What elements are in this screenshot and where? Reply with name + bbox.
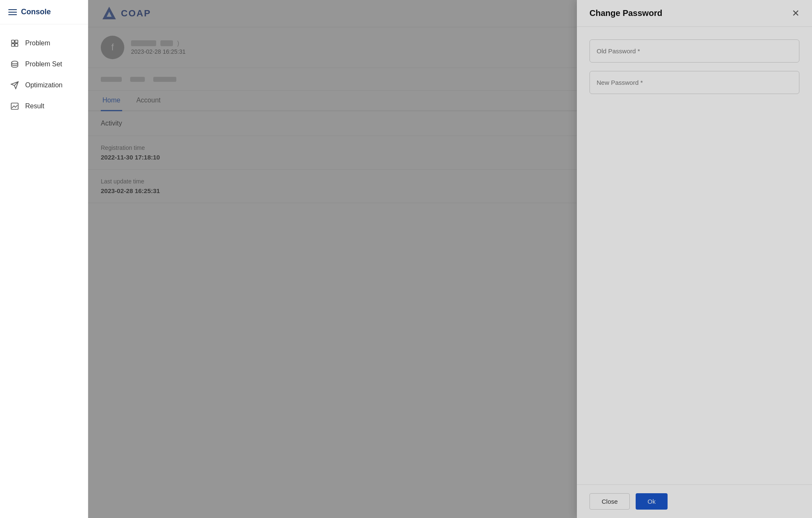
svg-rect-0	[12, 40, 15, 43]
old-password-input[interactable]	[589, 39, 799, 63]
svg-rect-3	[15, 44, 18, 47]
change-password-dialog: Change Password ✕ Close Ok	[577, 0, 812, 518]
ok-button[interactable]: Ok	[636, 493, 667, 510]
new-password-input[interactable]	[589, 71, 799, 94]
sidebar-item-label-problem-set: Problem Set	[25, 60, 62, 68]
sidebar-item-optimization[interactable]: Optimization	[0, 75, 88, 96]
dialog-body	[577, 27, 812, 484]
problem-set-icon	[10, 60, 19, 69]
close-button[interactable]: Close	[589, 493, 630, 510]
sidebar-nav: Problem Problem Set Optimization	[0, 24, 88, 125]
sidebar-item-problem-set[interactable]: Problem Set	[0, 54, 88, 75]
dialog-footer: Close Ok	[577, 484, 812, 518]
svg-rect-1	[12, 44, 15, 47]
sidebar-item-label-problem: Problem	[25, 39, 50, 47]
svg-point-4	[12, 61, 18, 64]
dialog-title: Change Password	[589, 8, 662, 18]
sidebar-item-label-optimization: Optimization	[25, 81, 63, 89]
sidebar-item-result[interactable]: Result	[0, 96, 88, 117]
sidebar: Console Problem Problem Se	[0, 0, 88, 518]
sidebar-item-problem[interactable]: Problem	[0, 33, 88, 54]
result-icon	[10, 102, 19, 111]
sidebar-title: Console	[21, 8, 51, 16]
sidebar-item-label-result: Result	[25, 102, 44, 110]
optimization-icon	[10, 81, 19, 90]
svg-rect-2	[15, 40, 18, 43]
main-area: COAP f ) 2023-02-28 16:25:31	[88, 0, 812, 518]
menu-toggle-icon[interactable]	[8, 9, 17, 15]
dialog-close-icon[interactable]: ✕	[792, 9, 799, 18]
problem-icon	[10, 39, 19, 48]
sidebar-header: Console	[0, 0, 88, 24]
dialog-header: Change Password ✕	[577, 0, 812, 27]
